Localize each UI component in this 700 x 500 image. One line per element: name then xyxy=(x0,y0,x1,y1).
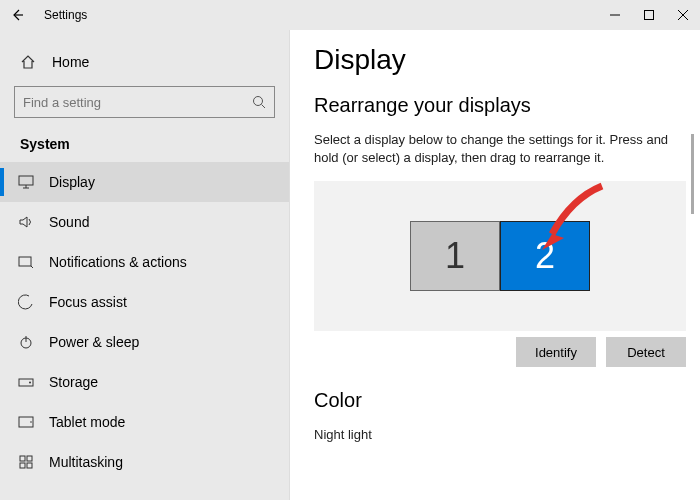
nav-item-power-sleep[interactable]: Power & sleep xyxy=(0,322,289,362)
sidebar: Home System Display Sound Notifications … xyxy=(0,30,290,500)
nav-label: Sound xyxy=(49,214,89,230)
search-icon xyxy=(252,95,266,109)
home-icon xyxy=(20,54,38,70)
multitasking-icon xyxy=(17,455,35,469)
nav-item-display[interactable]: Display xyxy=(0,162,289,202)
nav-list: Display Sound Notifications & actions Fo… xyxy=(0,162,289,482)
svg-rect-9 xyxy=(20,456,25,461)
focus-icon xyxy=(17,294,35,310)
nav-label: Display xyxy=(49,174,95,190)
titlebar: Settings xyxy=(0,0,700,30)
nav-item-tablet-mode[interactable]: Tablet mode xyxy=(0,402,289,442)
minimize-button[interactable] xyxy=(598,0,632,30)
window-title: Settings xyxy=(44,8,87,22)
main-content: Display Rearrange your displays Select a… xyxy=(290,30,700,500)
window-controls xyxy=(598,0,700,30)
night-light-label: Night light xyxy=(314,426,674,444)
nav-label: Multitasking xyxy=(49,454,123,470)
nav-label: Storage xyxy=(49,374,98,390)
search-box[interactable] xyxy=(14,86,275,118)
back-arrow-icon xyxy=(10,8,24,22)
close-icon xyxy=(678,10,688,20)
display-arrangement-area[interactable]: 1 2 xyxy=(314,181,686,331)
page-title: Display xyxy=(314,44,676,76)
back-button[interactable] xyxy=(0,0,34,30)
svg-rect-10 xyxy=(27,456,32,461)
display-buttons-row: Identify Detect xyxy=(314,337,686,367)
svg-rect-11 xyxy=(20,463,25,468)
color-title: Color xyxy=(314,389,676,412)
nav-label: Notifications & actions xyxy=(49,254,187,270)
identify-button[interactable]: Identify xyxy=(516,337,596,367)
nav-item-multitasking[interactable]: Multitasking xyxy=(0,442,289,482)
notifications-icon xyxy=(17,255,35,269)
svg-point-6 xyxy=(29,382,31,384)
close-button[interactable] xyxy=(666,0,700,30)
display-icon xyxy=(17,175,35,189)
nav-item-storage[interactable]: Storage xyxy=(0,362,289,402)
display-tile-2[interactable]: 2 xyxy=(500,221,590,291)
maximize-button[interactable] xyxy=(632,0,666,30)
svg-rect-12 xyxy=(27,463,32,468)
minimize-icon xyxy=(610,10,620,20)
category-label: System xyxy=(0,128,289,160)
monitor-group: 1 2 xyxy=(410,221,590,291)
svg-point-1 xyxy=(254,97,263,106)
nav-item-focus-assist[interactable]: Focus assist xyxy=(0,282,289,322)
detect-button[interactable]: Detect xyxy=(606,337,686,367)
rearrange-description: Select a display below to change the set… xyxy=(314,131,674,167)
scrollbar-thumb[interactable] xyxy=(691,134,694,214)
svg-rect-2 xyxy=(19,176,33,185)
power-icon xyxy=(17,335,35,349)
rearrange-title: Rearrange your displays xyxy=(314,94,676,117)
sound-icon xyxy=(17,215,35,229)
svg-rect-0 xyxy=(645,11,654,20)
display-tile-1[interactable]: 1 xyxy=(410,221,500,291)
tablet-icon xyxy=(17,416,35,428)
nav-item-notifications[interactable]: Notifications & actions xyxy=(0,242,289,282)
home-button[interactable]: Home xyxy=(0,44,289,80)
svg-point-8 xyxy=(30,421,32,423)
home-label: Home xyxy=(52,54,89,70)
nav-item-sound[interactable]: Sound xyxy=(0,202,289,242)
svg-rect-3 xyxy=(19,257,31,266)
maximize-icon xyxy=(644,10,654,20)
nav-label: Tablet mode xyxy=(49,414,125,430)
nav-label: Focus assist xyxy=(49,294,127,310)
search-input[interactable] xyxy=(23,95,223,110)
storage-icon xyxy=(17,376,35,388)
nav-label: Power & sleep xyxy=(49,334,139,350)
